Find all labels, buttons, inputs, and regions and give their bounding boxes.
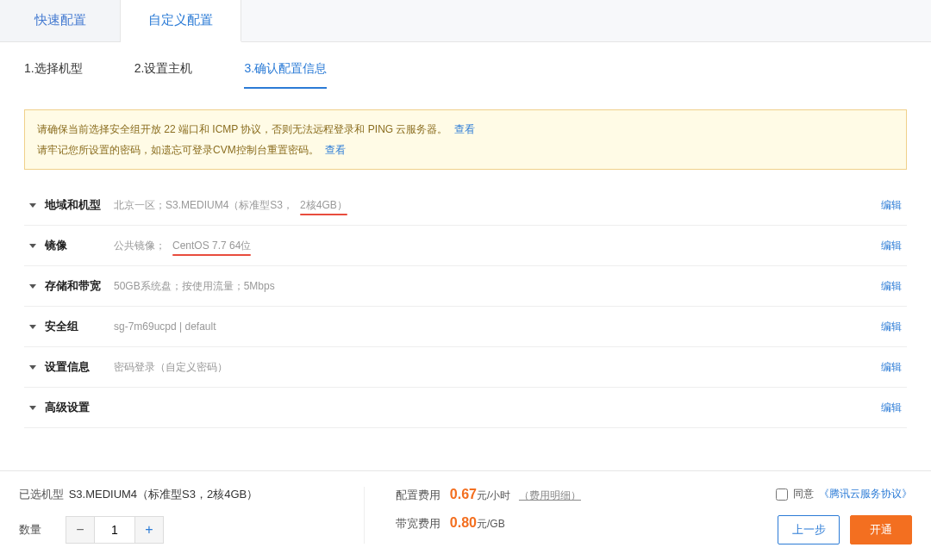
step-set-host[interactable]: 2.设置主机 <box>134 61 193 89</box>
section-title: 高级设置 <box>45 400 107 415</box>
section-title: 存储和带宽 <box>45 278 107 294</box>
bandwidth-fee-unit: 元/GB <box>477 518 505 530</box>
section-detail-highlight: 2核4GB） <box>300 198 347 213</box>
quantity-stepper: − + <box>66 516 164 544</box>
section-title: 地域和机型 <box>45 197 107 213</box>
chevron-down-icon <box>29 244 36 248</box>
quantity-minus-button[interactable]: − <box>66 517 94 543</box>
step-select-model[interactable]: 1.选择机型 <box>24 61 83 89</box>
quantity-label: 数量 <box>19 522 66 538</box>
chevron-down-icon <box>29 365 36 370</box>
section-image[interactable]: 镜像 公共镜像； CentOS 7.7 64位 编辑 <box>24 226 907 266</box>
step-confirm-config[interactable]: 3.确认配置信息 <box>244 61 327 89</box>
fee-detail-link[interactable]: （费用明细） <box>519 489 581 501</box>
quantity-input[interactable] <box>94 517 135 543</box>
section-storage-bandwidth[interactable]: 存储和带宽 50GB系统盘；按使用流量；5Mbps 编辑 <box>24 266 907 307</box>
section-title: 镜像 <box>45 238 107 253</box>
chevron-down-icon <box>29 325 36 329</box>
previous-step-button[interactable]: 上一步 <box>778 515 840 544</box>
chevron-down-icon <box>29 284 36 289</box>
wizard-steps: 1.选择机型 2.设置主机 3.确认配置信息 <box>24 42 907 89</box>
section-detail: 50GB系统盘；按使用流量；5Mbps <box>114 279 275 294</box>
section-detail: 密码登录（自定义密码） <box>114 360 228 375</box>
section-security-group[interactable]: 安全组 sg-7m69ucpd | default 编辑 <box>24 307 907 347</box>
warning-line1: 请确保当前选择安全组开放 22 端口和 ICMP 协议，否则无法远程登录和 PI… <box>37 123 447 135</box>
tab-custom-config[interactable]: 自定义配置 <box>121 0 241 42</box>
section-advanced[interactable]: 高级设置 编辑 <box>24 388 907 428</box>
service-agreement-link[interactable]: 《腾讯云服务协议》 <box>819 487 912 501</box>
edit-link[interactable]: 编辑 <box>881 401 902 415</box>
bandwidth-fee-amount: 0.80 <box>450 515 477 530</box>
tab-quick-config[interactable]: 快速配置 <box>0 0 121 41</box>
config-fee-unit: 元/小时 <box>477 489 510 501</box>
edit-link[interactable]: 编辑 <box>881 320 902 334</box>
quantity-plus-button[interactable]: + <box>135 517 163 543</box>
warning-view-link-1[interactable]: 查看 <box>454 123 475 135</box>
section-settings-info[interactable]: 设置信息 密码登录（自定义密码） 编辑 <box>24 347 907 388</box>
section-title: 设置信息 <box>45 359 107 375</box>
section-title: 安全组 <box>45 319 107 334</box>
config-summary-list: 地域和机型 北京一区；S3.MEDIUM4（标准型S3， 2核4GB） 编辑 镜… <box>24 185 907 428</box>
section-detail: 北京一区；S3.MEDIUM4（标准型S3， <box>114 198 293 213</box>
section-detail: sg-7m69ucpd | default <box>114 320 216 333</box>
edit-link[interactable]: 编辑 <box>881 198 902 213</box>
warning-line2: 请牢记您所设置的密码，如遗忘可登录CVM控制台重置密码。 <box>37 144 319 156</box>
section-detail-highlight: CentOS 7.7 64位 <box>172 239 251 253</box>
agree-label: 同意 <box>793 487 814 501</box>
config-fee-amount: 0.67 <box>450 487 477 501</box>
selected-model-label: 已选机型 <box>19 487 66 502</box>
config-mode-tabs: 快速配置 自定义配置 <box>0 0 931 42</box>
bandwidth-fee-label: 带宽费用 <box>396 517 441 530</box>
footer-bar: 已选机型 S3.MEDIUM4（标准型S3，2核4GB） 数量 − + 配置费用… <box>0 470 931 560</box>
chevron-down-icon <box>29 203 36 208</box>
selected-model-value: S3.MEDIUM4（标准型S3，2核4GB） <box>69 488 259 501</box>
warning-view-link-2[interactable]: 查看 <box>325 144 346 156</box>
edit-link[interactable]: 编辑 <box>881 360 902 375</box>
section-region-model[interactable]: 地域和机型 北京一区；S3.MEDIUM4（标准型S3， 2核4GB） 编辑 <box>24 185 907 226</box>
chevron-down-icon <box>29 406 36 410</box>
config-fee-label: 配置费用 <box>396 488 441 501</box>
warning-banner: 请确保当前选择安全组开放 22 端口和 ICMP 协议，否则无法远程登录和 PI… <box>24 109 907 170</box>
edit-link[interactable]: 编辑 <box>881 239 902 253</box>
agree-checkbox[interactable] <box>776 488 788 501</box>
section-detail: 公共镜像； <box>114 239 166 253</box>
submit-button[interactable]: 开通 <box>850 515 912 544</box>
edit-link[interactable]: 编辑 <box>881 279 902 294</box>
